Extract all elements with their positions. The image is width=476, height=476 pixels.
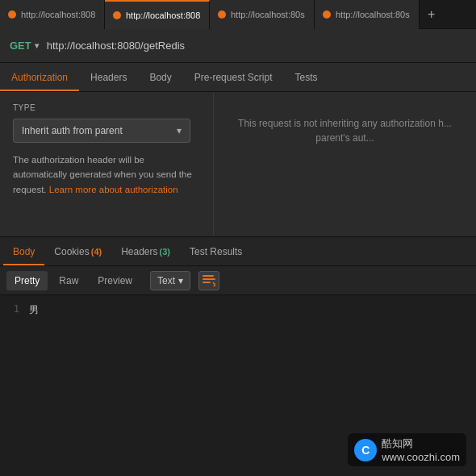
body-view-pretty[interactable]: Pretty xyxy=(6,271,48,290)
response-tabs: Body Cookies(4) Headers(3) Test Results xyxy=(0,237,476,266)
line-number-1: 1 xyxy=(0,303,29,315)
tab-headers[interactable]: Headers xyxy=(79,65,138,91)
auth-type-chevron-icon: ▾ xyxy=(177,125,182,136)
add-tab-button[interactable]: + xyxy=(420,7,443,22)
watermark-logo: C xyxy=(354,439,377,461)
tab-body[interactable]: Body xyxy=(138,65,182,91)
browser-tab-bar: http://localhost:808 http://localhost:80… xyxy=(0,0,476,29)
tab-dot-4 xyxy=(323,10,331,19)
url-display[interactable]: http://localhost:8080/getRedis xyxy=(47,40,185,52)
format-chevron-icon: ▾ xyxy=(178,275,183,286)
body-view-preview[interactable]: Preview xyxy=(90,271,140,290)
resp-tab-headers[interactable]: Headers(3) xyxy=(111,240,180,265)
watermark-text: 酷知网 www.coozhi.com xyxy=(382,436,460,463)
auth-right-panel: This request is not inheriting any autho… xyxy=(214,92,476,236)
response-body-code: 1 男 xyxy=(0,295,476,392)
method-chevron-icon: ▾ xyxy=(35,41,39,50)
method-selector[interactable]: GET ▾ xyxy=(10,40,39,52)
browser-tab-3[interactable]: http://localhost:80s xyxy=(210,0,315,29)
auth-description: The authorization header will be automat… xyxy=(13,152,200,197)
body-toolbar: Pretty Raw Preview Text ▾ xyxy=(0,266,476,295)
watermark: C 酷知网 www.coozhi.com xyxy=(348,433,466,466)
format-selector[interactable]: Text ▾ xyxy=(150,271,190,290)
auth-right-text: This request is not inheriting any autho… xyxy=(227,116,463,145)
code-line-1: 1 男 xyxy=(0,302,476,319)
tab-tests[interactable]: Tests xyxy=(283,65,328,91)
resp-tab-test-results[interactable]: Test Results xyxy=(180,240,252,265)
tab-prerequest[interactable]: Pre-request Script xyxy=(183,65,284,91)
resp-tab-cookies[interactable]: Cookies(4) xyxy=(44,240,111,265)
auth-type-selector[interactable]: Inherit auth from parent ▾ xyxy=(13,119,190,143)
auth-section: TYPE Inherit auth from parent ▾ The auth… xyxy=(0,92,476,237)
tab-label-3: http://localhost:80s xyxy=(231,10,306,19)
auth-left-panel: TYPE Inherit auth from parent ▾ The auth… xyxy=(0,92,214,236)
type-label: TYPE xyxy=(13,103,200,112)
browser-tab-2[interactable]: http://localhost:808 xyxy=(105,0,210,29)
learn-more-link[interactable]: Learn more about authorization xyxy=(49,185,178,194)
wrap-icon[interactable] xyxy=(198,271,219,290)
tab-dot-2 xyxy=(113,11,121,19)
tab-label-4: http://localhost:80s xyxy=(336,10,411,19)
method-label: GET xyxy=(10,40,31,52)
body-view-raw[interactable]: Raw xyxy=(51,271,86,290)
tab-dot-3 xyxy=(218,10,226,19)
tab-authorization[interactable]: Authorization xyxy=(0,65,79,91)
browser-tab-4[interactable]: http://localhost:80s xyxy=(315,0,420,29)
request-tabs: Authorization Headers Body Pre-request S… xyxy=(0,63,476,92)
tab-label-2: http://localhost:808 xyxy=(126,10,201,20)
format-value: Text xyxy=(157,275,175,286)
cookies-badge: (4) xyxy=(91,247,102,257)
browser-tab-1[interactable]: http://localhost:808 xyxy=(0,0,105,29)
auth-type-value: Inherit auth from parent xyxy=(22,125,123,136)
resp-tab-body[interactable]: Body xyxy=(3,240,44,265)
url-bar: GET ▾ http://localhost:8080/getRedis xyxy=(0,29,476,63)
tab-label-1: http://localhost:808 xyxy=(21,10,96,19)
svg-rect-0 xyxy=(203,275,214,277)
svg-rect-2 xyxy=(203,282,211,283)
headers-badge: (3) xyxy=(160,247,170,257)
tab-dot-1 xyxy=(8,10,16,19)
svg-rect-1 xyxy=(203,278,215,280)
line-content-1: 男 xyxy=(29,303,39,317)
